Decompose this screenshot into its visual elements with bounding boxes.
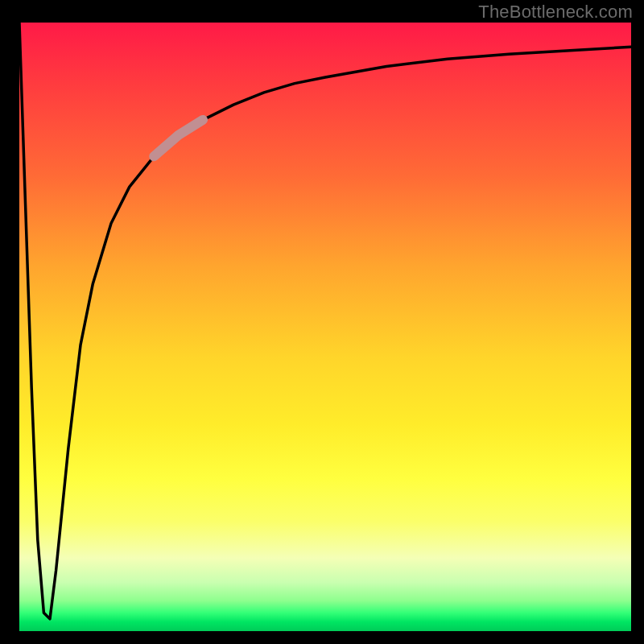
attribution-watermark: TheBottleneck.com [478,2,633,23]
curve-highlight-segment [154,120,203,156]
chart-frame: TheBottleneck.com [0,0,644,644]
chart-overlay [19,23,631,631]
primary-curve [19,23,631,619]
